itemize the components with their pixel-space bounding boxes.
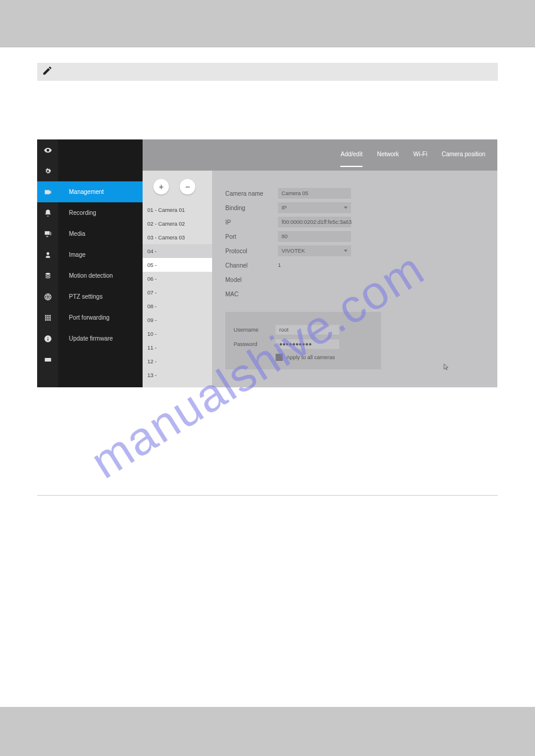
sidebar-item-firmware[interactable]: Update firmware <box>58 328 143 349</box>
camera-icon[interactable] <box>37 181 58 202</box>
camera-row-selected[interactable]: 05 - <box>143 258 212 272</box>
input-username[interactable]: root <box>276 325 339 335</box>
tab-add-edit[interactable]: Add/edit <box>340 151 362 160</box>
camera-row[interactable]: 04 - <box>143 244 212 258</box>
sidebar-item-ptz[interactable]: PTZ settings <box>58 286 143 307</box>
sidebar-item-recording[interactable]: Recording <box>58 202 143 223</box>
eye-icon[interactable] <box>37 139 58 160</box>
sidebar-item-management[interactable]: Management <box>58 181 143 202</box>
camera-row[interactable]: 09 - <box>143 313 212 327</box>
select-binding[interactable]: IP <box>278 202 351 213</box>
camera-row[interactable]: 02 - Camera 02 <box>143 217 212 230</box>
input-ip[interactable]: f00:0000:0202:d1ff:fe5c:3a63 <box>278 217 351 227</box>
grid-icon[interactable] <box>37 307 58 328</box>
sidebar-item-image[interactable]: Image <box>58 244 143 265</box>
monitor-icon[interactable] <box>37 223 58 244</box>
label-apply-all: Apply to all cameras <box>286 354 335 360</box>
label-channel: Channel <box>225 262 278 269</box>
globe-icon[interactable] <box>37 286 58 307</box>
bell-icon[interactable] <box>37 202 58 223</box>
pencil-icon <box>42 65 53 78</box>
label-port: Port <box>225 233 278 240</box>
camera-row[interactable]: 06 - <box>143 272 212 286</box>
cursor-icon <box>443 362 449 373</box>
side-menu: Management Recording Media Image Motion … <box>58 139 143 387</box>
camera-row[interactable]: 07 - <box>143 286 212 299</box>
camera-row[interactable]: 11 - <box>143 341 212 354</box>
remove-camera-button[interactable]: − <box>180 179 195 195</box>
page-header-bar <box>0 0 535 47</box>
camera-list-column: + − 01 - Camera 01 02 - Camera 02 03 - C… <box>143 171 212 387</box>
tab-header: Add/edit Network Wi-Fi Camera position <box>143 139 497 171</box>
page-footer-bar <box>0 707 535 756</box>
header-divider <box>0 47 535 51</box>
tab-camera-position[interactable]: Camera position <box>442 151 485 160</box>
label-binding: Binding <box>225 205 278 211</box>
input-password[interactable]: ●●●●●●●●●● <box>276 339 339 349</box>
icon-rail <box>37 139 58 387</box>
tab-network[interactable]: Network <box>377 151 399 160</box>
app-screenshot: Management Recording Media Image Motion … <box>37 139 497 387</box>
sidebar-item-motion[interactable]: Motion detection <box>58 265 143 286</box>
camera-row[interactable]: 13 - <box>143 368 212 382</box>
sidebar-item-portfwd[interactable]: Port forwarding <box>58 307 143 328</box>
label-protocol: Protocol <box>225 248 278 254</box>
info-icon[interactable] <box>37 328 58 349</box>
label-password: Password <box>234 341 276 347</box>
gear-icon[interactable] <box>37 160 58 181</box>
horizontal-divider <box>37 495 498 496</box>
add-camera-button[interactable]: + <box>153 179 169 195</box>
input-port[interactable]: 80 <box>278 231 351 242</box>
value-channel: 1 <box>278 262 281 268</box>
input-camera-name[interactable]: Camera 05 <box>278 188 351 199</box>
label-camera-name: Camera name <box>225 190 278 197</box>
camera-row[interactable]: 10 - <box>143 327 212 341</box>
note-box <box>37 63 498 81</box>
label-model: Model <box>225 277 278 283</box>
database-icon[interactable] <box>37 265 58 286</box>
select-protocol[interactable]: VIVOTEK <box>278 245 351 256</box>
camera-form: Camera nameCamera 05 BindingIP IPf00:000… <box>212 171 497 387</box>
label-username: Username <box>234 327 276 333</box>
camera-row[interactable]: 01 - Camera 01 <box>143 203 212 217</box>
keyboard-icon[interactable] <box>37 349 58 370</box>
camera-row[interactable]: 03 - Camera 03 <box>143 230 212 244</box>
label-ip: IP <box>225 219 278 226</box>
tab-wifi[interactable]: Wi-Fi <box>413 151 427 160</box>
checkbox-apply-all[interactable] <box>276 354 283 361</box>
user-icon[interactable] <box>37 244 58 265</box>
label-mac: MAC <box>225 291 278 297</box>
credentials-box: Usernameroot Password●●●●●●●●●● Apply to… <box>225 312 381 369</box>
sidebar-item-media[interactable]: Media <box>58 223 143 244</box>
camera-row[interactable]: 12 - <box>143 354 212 368</box>
camera-row[interactable]: 08 - <box>143 299 212 313</box>
